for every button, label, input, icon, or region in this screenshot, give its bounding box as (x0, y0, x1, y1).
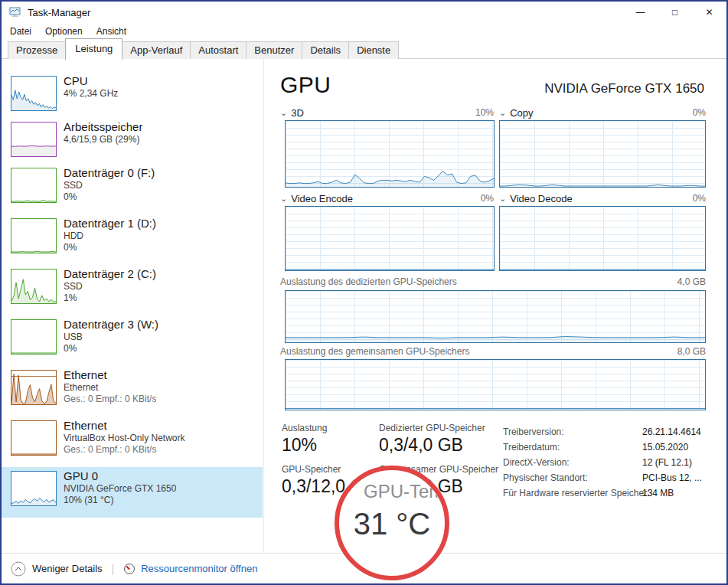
disk1-mini-chart (11, 218, 57, 253)
dedicated-memory-header: Auslastung des dedizierten GPU-Speichers… (280, 276, 706, 287)
chart-header-video-encode: ⌄ Video Encode 0% (280, 192, 494, 204)
gpu-copy-chart[interactable] (499, 120, 706, 188)
weniger-details-button[interactable]: Weniger Details (11, 561, 103, 577)
sidebar-item-traffic: Ges.: 0 Empf.: 0 KBit/s (64, 394, 156, 405)
menu-ansicht[interactable]: Ansicht (90, 24, 133, 39)
menu-bar: Datei Optionen Ansicht (2, 23, 726, 40)
stat-label-gpu-speicher: GPU-Speicher (282, 464, 341, 475)
sidebar-item-cpu[interactable]: CPU 4% 2,34 GHz (2, 72, 263, 118)
tab-prozesse[interactable]: Prozesse (8, 41, 66, 59)
window-controls: — □ ✕ (623, 2, 726, 23)
tab-benutzer[interactable]: Benutzer (246, 41, 302, 59)
stat-row-treiberversion: Treiberversion: 26.21.14.4614 (503, 426, 708, 437)
sidebar-item-arbeitsspeicher[interactable]: Arbeitsspeicher 4,6/15,9 GB (29%) (2, 118, 263, 164)
sidebar-item-detail: SSD (64, 281, 156, 292)
page-title-gpu: GPU (280, 72, 331, 98)
sidebar-item-gpu-0[interactable]: GPU 0 NVIDIA GeForce GTX 1650 10% (31 °C… (2, 467, 263, 518)
chevron-up-circle-icon (11, 561, 26, 577)
ethernet2-mini-chart (11, 420, 57, 456)
sidebar-item-ethernet-2[interactable]: Ethernet VirtualBox Host-Only Network Ge… (2, 417, 263, 467)
menu-optionen[interactable]: Optionen (38, 24, 90, 39)
chart-label: Video Encode (291, 193, 353, 204)
chevron-down-icon[interactable]: ⌄ (280, 194, 287, 202)
title-bar: Task-Manager — □ ✕ (2, 2, 726, 23)
gpu-3d-chart[interactable] (285, 120, 495, 188)
gpu-video-decode-chart[interactable] (499, 206, 706, 271)
task-manager-window: Task-Manager — □ ✕ Datei Optionen Ansich… (0, 0, 728, 585)
menu-datei[interactable]: Datei (3, 24, 38, 39)
stat-row-treiberdatum: Treiberdatum: 15.05.2020 (503, 442, 708, 453)
gpu-mini-chart (11, 471, 57, 506)
sidebar-item-detail: 4% 2,34 GHz (64, 88, 118, 100)
tab-details[interactable]: Details (302, 41, 349, 59)
minimize-button[interactable]: — (623, 2, 658, 23)
chart-label: 3D (291, 107, 304, 119)
chart-value: 0% (481, 193, 494, 204)
chevron-down-icon[interactable]: ⌄ (499, 109, 506, 116)
gpu-shared-memory-chart[interactable] (285, 359, 706, 410)
sidebar-item-detail: 10% (31 °C) (64, 495, 176, 506)
stat-row-physischer-standort: Physischer Standort: PCI-Bus 12, ... (503, 472, 708, 483)
chart-value: 0% (693, 107, 706, 118)
chevron-down-icon[interactable]: ⌄ (499, 194, 506, 202)
sidebar-item-title: GPU 0 (64, 469, 176, 483)
performance-sidebar: CPU 4% 2,34 GHz Arbeitsspeicher 4,6/15,9… (2, 72, 263, 518)
disk3-mini-chart (11, 319, 57, 355)
memory-chart-label: Auslastung des dedizierten GPU-Speichers (280, 276, 457, 287)
ressourcenmonitor-link[interactable]: Ressourcenmonitor öffnen (123, 563, 257, 575)
tab-bar: Prozesse Leistung App-Verlauf Autostart … (2, 40, 726, 59)
close-button[interactable]: ✕ (692, 2, 726, 23)
memory-chart-max: 4,0 GB (677, 276, 706, 287)
ethernet1-mini-chart (11, 370, 57, 405)
chart-header-3d: ⌄ 3D 10% (280, 106, 494, 119)
memory-chart-label: Auslastung des gemeinsamen GPU-Speichers (280, 346, 469, 357)
sidebar-item-detail: 1% (64, 292, 156, 304)
sidebar-item-detail: HDD (64, 230, 156, 242)
sidebar-item-datentraeger-2[interactable]: Datenträger 2 (C:) SSD 1% (2, 265, 263, 315)
task-manager-app-icon (9, 6, 21, 18)
tab-leistung[interactable]: Leistung (65, 38, 122, 60)
sidebar-item-detail: 4,6/15,9 GB (29%) (64, 134, 142, 145)
memory-chart-max: 8,0 GB (677, 346, 706, 357)
tab-app-verlauf[interactable]: App-Verlauf (122, 41, 191, 59)
sidebar-item-title: Datenträger 0 (F:) (64, 166, 155, 180)
sidebar-item-datentraeger-3[interactable]: Datenträger 3 (W:) USB 0% (2, 315, 263, 366)
chart-label: Copy (510, 107, 533, 119)
chart-header-copy: ⌄ Copy 0% (499, 106, 706, 119)
chart-header-video-decode: ⌄ Video Decode 0% (499, 192, 706, 204)
gpu-video-encode-chart[interactable] (285, 206, 495, 271)
chart-value: 10% (475, 107, 494, 118)
sidebar-item-detail: 0% (64, 343, 158, 355)
maximize-button[interactable]: □ (658, 2, 692, 23)
resource-monitor-icon (123, 563, 135, 575)
disk2-mini-chart (11, 269, 57, 304)
panel-divider (263, 59, 264, 552)
sidebar-item-detail: VirtualBox Host-Only Network (64, 433, 185, 444)
tab-dienste[interactable]: Dienste (348, 41, 399, 59)
gpu-device-name: NVIDIA GeForce GTX 1650 (544, 81, 704, 96)
sidebar-item-detail: USB (64, 332, 158, 343)
sidebar-item-datentraeger-0[interactable]: Datenträger 0 (F:) SSD 0% (2, 164, 263, 214)
sidebar-item-title: CPU (64, 74, 118, 88)
sidebar-item-detail: 0% (64, 191, 155, 203)
disk0-mini-chart (11, 168, 57, 203)
gpu-temp-value: 31 °C (339, 507, 445, 541)
tab-autostart[interactable]: Autostart (190, 41, 246, 59)
sidebar-item-detail: SSD (64, 180, 155, 191)
sidebar-item-title: Datenträger 3 (W:) (64, 318, 158, 332)
gpu-dedicated-memory-chart[interactable] (285, 290, 706, 343)
chart-label: Video Decode (510, 193, 572, 204)
footer-separator: | (112, 563, 115, 575)
window-title: Task-Manager (28, 7, 90, 18)
stat-label-dedizierter-gpu-speicher: Dedizierter GPU-Speicher (379, 423, 485, 433)
cpu-mini-chart (11, 76, 57, 111)
sidebar-item-detail: NVIDIA GeForce GTX 1650 (64, 483, 176, 495)
sidebar-item-detail: 0% (64, 242, 156, 253)
stat-label-auslastung: Auslastung (282, 423, 327, 433)
sidebar-item-datentraeger-1[interactable]: Datenträger 1 (D:) HDD 0% (2, 214, 263, 265)
chevron-down-icon[interactable]: ⌄ (280, 109, 287, 116)
stat-value-dedizierter-gpu-speicher: 0,3/4,0 GB (379, 435, 463, 456)
sidebar-item-ethernet-1[interactable]: Ethernet Ethernet Ges.: 0 Empf.: 0 KBit/… (2, 366, 263, 417)
sidebar-item-title: Ethernet (64, 419, 185, 433)
sidebar-item-title: Arbeitsspeicher (64, 120, 142, 134)
